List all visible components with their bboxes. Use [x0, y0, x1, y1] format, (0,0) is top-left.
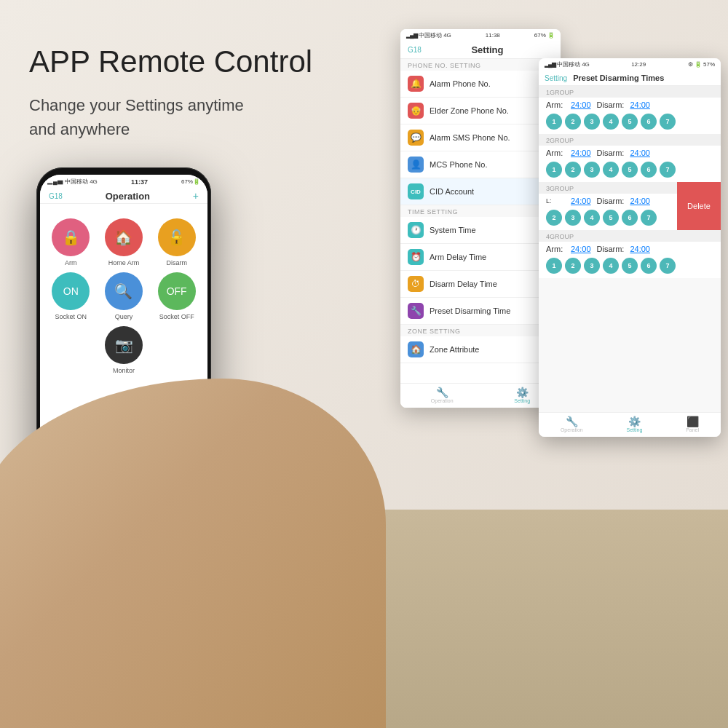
elder-zone-label: Elder Zone Phone No. [430, 106, 509, 115]
signal-icon: ▂▄▆ [47, 178, 63, 185]
day-6[interactable]: 6 [641, 114, 657, 130]
group4-arm-time[interactable]: 24:00 [571, 245, 591, 253]
ss1-tab-setting[interactable]: ⚙️ Setting [514, 387, 530, 403]
alarm-sms-icon: 💬 [408, 130, 424, 146]
day-1[interactable]: 1 [546, 258, 562, 274]
arm-label: Arm: [546, 149, 568, 157]
home-arm-button[interactable]: 🏠 [105, 218, 143, 256]
wrench-icon: 🔧 [566, 416, 578, 427]
day-5[interactable]: 5 [622, 162, 638, 178]
operation-grid: 🔒 Arm 🏠 Home Arm 🔓 Disarm ON Socket ON 🔍 [40, 204, 207, 389]
menu-item-disarm-delay[interactable]: ⏱ Disarm Delay Time › [400, 271, 561, 298]
group2-label: 2GROUP [539, 134, 721, 146]
ss2-tab-setting[interactable]: ⚙️ Setting [627, 416, 643, 432]
day-7[interactable]: 7 [660, 162, 676, 178]
preset-disarming-label: Preset Disarming Time [430, 306, 510, 315]
group2-arm-row: Arm: 24:00 Disarm: 24:00 [539, 146, 721, 160]
day-3[interactable]: 3 [584, 114, 600, 130]
day-2[interactable]: 2 [565, 114, 581, 130]
menu-item-alarm-phone[interactable]: 🔔 Alarm Phone No. › [400, 71, 561, 98]
day-2[interactable]: 2 [565, 162, 581, 178]
signal-icon: ▂▄▆ [545, 61, 555, 68]
monitor-button-wrap: 📷 Monitor [101, 326, 146, 374]
alarm-phone-label: Alarm Phone No. [430, 79, 491, 88]
socket-off-button[interactable]: OFF [158, 272, 196, 310]
day-2[interactable]: 2 [546, 210, 562, 226]
gear-icon: ⚙️ [516, 387, 529, 398]
arm-label: Arm: [546, 100, 568, 109]
menu-item-preset-disarming[interactable]: 🔧 Preset Disarming Time › [400, 298, 561, 325]
day-7[interactable]: 7 [641, 210, 657, 226]
day-7[interactable]: 7 [660, 258, 676, 274]
socket-off-button-wrap: OFF Socket OFF [154, 272, 199, 320]
menu-item-cid-account[interactable]: CID CID Account › [400, 178, 561, 205]
phone-nav: G18 Operation + [40, 189, 207, 204]
ss1-time: 11:38 [486, 32, 500, 39]
ss2-tab-panel[interactable]: ⬛ Panel [686, 416, 699, 432]
arm-label: Arm [65, 259, 77, 266]
group1-arm-row: Arm: 24:00 Disarm: 24:00 [539, 98, 721, 112]
socket-on-button[interactable]: ON [52, 272, 90, 310]
day-2[interactable]: 2 [565, 258, 581, 274]
group1-arm-time[interactable]: 24:00 [571, 100, 591, 109]
group4-disarm-time[interactable]: 24:00 [630, 245, 650, 253]
mcs-phone-icon: 👤 [408, 157, 424, 173]
group3-arm-time[interactable]: 24:00 [571, 197, 591, 205]
day-7[interactable]: 7 [660, 114, 676, 130]
group1-disarm-time[interactable]: 24:00 [630, 100, 650, 109]
ss1-status-bar: ▂▄▆ 中国移动 4G 11:38 67% 🔋 [400, 29, 561, 41]
phone-time: 11:37 [131, 178, 148, 186]
ss2-back-btn[interactable]: Setting [545, 74, 567, 82]
phone-device-id: G18 [49, 192, 63, 200]
delete-button[interactable]: Delete [677, 182, 721, 230]
day-6[interactable]: 6 [641, 258, 657, 274]
query-button[interactable]: 🔍 [105, 272, 143, 310]
menu-item-alarm-sms[interactable]: 💬 Alarm SMS Phone No. › [400, 124, 561, 151]
add-icon[interactable]: + [193, 190, 199, 202]
ss2-tab-operation[interactable]: 🔧 Operation [561, 416, 583, 432]
day-4[interactable]: 4 [603, 162, 619, 178]
group3-disarm-time[interactable]: 24:00 [630, 197, 650, 205]
monitor-button[interactable]: 📷 [105, 326, 143, 364]
panel-icon: ⬛ [687, 416, 699, 427]
home-arm-label: Home Arm [108, 259, 140, 266]
day-3[interactable]: 3 [584, 258, 600, 274]
day-5[interactable]: 5 [622, 258, 638, 274]
group2-disarm-time[interactable]: 24:00 [630, 149, 650, 157]
screenshot-preset-disarming: ▂▄▆ 中国移动 4G 12:29 ⚙ 🔋 57% Setting Preset… [539, 58, 721, 437]
day-4[interactable]: 4 [603, 258, 619, 274]
phone-in-hand: ▂▄▆ 中国移动 4G 11:37 67%🔋 G18 Operation + 🔒 [0, 146, 386, 728]
menu-item-system-time[interactable]: 🕐 System Time › [400, 217, 561, 244]
day-6[interactable]: 6 [641, 162, 657, 178]
system-time-icon: 🕐 [408, 222, 424, 238]
hero-text-block: APP Remote Control Change your Settings … [29, 44, 312, 141]
day-1[interactable]: 1 [546, 162, 562, 178]
arm-delay-icon: ⏰ [408, 249, 424, 265]
disarm-delay-icon: ⏱ [408, 276, 424, 292]
ss2-time: 12:29 [631, 61, 646, 68]
arm-button[interactable]: 🔒 [52, 218, 90, 256]
ss1-tab-bar: 🔧 Operation ⚙️ Setting [400, 383, 561, 408]
day-4[interactable]: 4 [603, 114, 619, 130]
group2-arm-time[interactable]: 24:00 [571, 149, 591, 157]
day-3[interactable]: 3 [565, 210, 581, 226]
group2-days: 1 2 3 4 5 6 7 [539, 160, 721, 182]
day-5[interactable]: 5 [603, 210, 619, 226]
day-4[interactable]: 4 [584, 210, 600, 226]
day-6[interactable]: 6 [622, 210, 638, 226]
menu-item-arm-delay[interactable]: ⏰ Arm Delay Time › [400, 244, 561, 271]
disarm-button[interactable]: 🔓 [158, 218, 196, 256]
menu-item-elder-zone[interactable]: 👴 Elder Zone Phone No. › [400, 98, 561, 124]
day-3[interactable]: 3 [584, 162, 600, 178]
group4-label: 4GROUP [539, 230, 721, 242]
ss1-tab-operation[interactable]: 🔧 Operation [431, 387, 454, 403]
arm-label: L: [546, 197, 568, 205]
group1-days: 1 2 3 4 5 6 7 [539, 112, 721, 134]
day-5[interactable]: 5 [622, 114, 638, 130]
arm-label: Arm: [546, 245, 568, 253]
disarm-label: Disarm [166, 259, 187, 266]
day-1[interactable]: 1 [546, 114, 562, 130]
menu-item-mcs-phone[interactable]: 👤 MCS Phone No. › [400, 151, 561, 178]
group4-days: 1 2 3 4 5 6 7 [539, 256, 721, 278]
menu-item-zone-attr[interactable]: 🏠 Zone Attribute › [400, 336, 561, 363]
